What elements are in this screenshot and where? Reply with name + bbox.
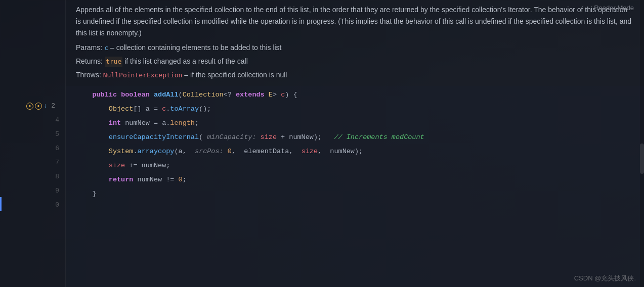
doc-returns-line: Returns: true if this list changed as a … <box>76 56 634 67</box>
code-line-close-brace: } <box>66 187 644 201</box>
scrollbar-thumb[interactable] <box>640 144 644 174</box>
code-line-method-sig: public boolean addAll ( Collection <? ex… <box>66 88 644 102</box>
collapse-arrow-icon[interactable]: ↓ <box>44 99 47 113</box>
returns-label: Returns: <box>76 56 103 67</box>
gutter-line-4: 4 <box>0 113 65 127</box>
code-line-numNew: int numNew = a. length ; <box>66 116 644 130</box>
cursor-area <box>0 212 65 226</box>
gutter-line-8: 8 <box>0 170 65 184</box>
main-content: Appends all of the elements in the speci… <box>66 0 644 287</box>
gutter-line-empty-5 <box>0 57 65 71</box>
code-line-ensure: ensureCapacityInternal ( minCapacity: si… <box>66 130 644 145</box>
gutter-line-empty-7 <box>0 85 65 99</box>
doc-paragraph: Appends all of the elements in the speci… <box>76 4 634 39</box>
gutter-line-empty-3 <box>0 28 65 42</box>
code-line-arraycopy: System . arraycopy ( a, srcPos: 0 , elem… <box>66 145 644 159</box>
throws-code: NullPointerException <box>103 70 183 81</box>
scrollbar-track[interactable] <box>640 0 644 287</box>
documentation-block: Appends all of the elements in the speci… <box>66 0 644 86</box>
throws-text: – if the specified collection is null <box>184 69 287 80</box>
breakpoint-icon-2[interactable]: ● <box>35 103 42 110</box>
returns-code: true <box>105 57 122 67</box>
throws-label: Throws: <box>76 69 101 80</box>
code-block: public boolean addAll ( Collection <? ex… <box>66 86 644 287</box>
gutter-line-2: ● ● ↓ 2 <box>0 99 65 113</box>
gutter-icon-group: ● ● ↓ <box>26 99 47 113</box>
breakpoint-icon-1[interactable]: ● <box>26 103 33 110</box>
params-code: c <box>104 43 108 54</box>
gutter-line-0: 0 <box>0 198 65 212</box>
reader-mode-button[interactable]: Reader Mode <box>594 4 634 12</box>
params-text: – collection containing elements to be a… <box>110 42 282 53</box>
line-number-gutter: ● ● ↓ 2 4 5 6 7 8 9 0 <box>0 0 66 287</box>
gutter-line-5: 5 <box>0 127 65 141</box>
watermark-text: CSDN @充头披风侠. <box>574 274 636 283</box>
code-line-size-update: size += numNew; <box>66 159 644 173</box>
gutter-line-6: 6 <box>0 141 65 156</box>
gutter-line-empty-2 <box>0 14 65 28</box>
gutter-line-empty-4 <box>0 42 65 57</box>
gutter-line-empty-6 <box>0 71 65 85</box>
gutter-line-empty-1 <box>0 0 65 14</box>
returns-text: if this list changed as a result of the … <box>124 56 248 67</box>
cursor-indicator <box>0 197 2 211</box>
gutter-line-7: 7 <box>0 156 65 170</box>
gutter-line-9: 9 <box>0 184 65 198</box>
code-line-toarray: Object [] a = c . toArray (); <box>66 102 644 116</box>
code-line-return: return numNew != 0 ; <box>66 173 644 187</box>
params-label: Params: <box>76 42 102 53</box>
doc-params-line: Params: c – collection containing elemen… <box>76 42 634 54</box>
doc-throws-line: Throws: NullPointerException – if the sp… <box>76 69 634 81</box>
